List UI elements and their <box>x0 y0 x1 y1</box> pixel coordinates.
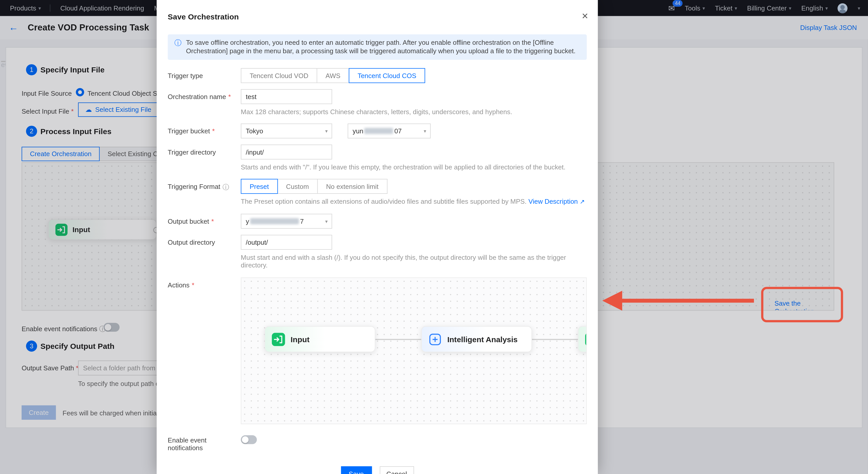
output-directory-helper: Must start and end with a slash (/). If … <box>241 254 587 269</box>
info-banner-text: To save offline orchestration, you need … <box>186 39 580 55</box>
required-mark: * <box>228 93 231 100</box>
redacted-text <box>250 218 299 224</box>
trigger-directory-helper: Starts and ends with "/". If you leave t… <box>241 163 566 171</box>
input-node[interactable]: Input <box>265 326 375 352</box>
orchestration-name-label: Orchestration name <box>168 93 226 100</box>
modal-body: ⓘ To save offline orchestration, you nee… <box>168 34 587 474</box>
output-bucket-select[interactable]: y 7 ▾ <box>241 214 332 229</box>
format-option-custom[interactable]: Custom <box>277 179 318 194</box>
intelligent-analysis-label: Intelligent Analysis <box>447 335 518 344</box>
orchestration-name-row: Orchestration name * Max 128 characters;… <box>168 89 587 116</box>
output-bucket-value-prefix: y <box>246 217 249 225</box>
trigger-directory-input[interactable] <box>241 145 332 159</box>
required-mark: * <box>211 217 214 225</box>
required-mark: * <box>192 281 194 289</box>
trigger-type-label: Trigger type <box>168 72 203 80</box>
chevron-down-icon: ▾ <box>424 128 426 134</box>
trigger-type-segment: Tencent Cloud VOD AWS Tencent Cloud COS <box>241 68 425 83</box>
trigger-type-option-cos[interactable]: Tencent Cloud COS <box>349 68 425 83</box>
cancel-button[interactable]: Cancel <box>379 466 414 474</box>
orchestration-name-input[interactable] <box>241 89 332 104</box>
actions-label: Actions <box>168 281 189 289</box>
node-connector <box>532 339 578 340</box>
info-icon: ⓘ <box>175 39 182 55</box>
trigger-bucket-label: Trigger bucket <box>168 127 210 135</box>
partial-node-icon <box>585 332 587 346</box>
required-mark: * <box>212 127 215 135</box>
output-bucket-label: Output bucket <box>168 217 209 225</box>
trigger-bucket-value-suffix: 07 <box>394 127 402 135</box>
output-bucket-row: Output bucket * y 7 ▾ <box>168 214 587 229</box>
trigger-bucket-row: Trigger bucket * Tokyo ▾ yun 07 ▾ <box>168 123 587 138</box>
chevron-down-icon: ▾ <box>325 218 328 224</box>
info-banner: ⓘ To save offline orchestration, you nee… <box>168 34 587 60</box>
save-button[interactable]: Save <box>341 466 372 474</box>
screen: ew Products ▾ Cloud Application Renderin… <box>0 0 868 474</box>
input-node-label: Input <box>290 335 309 344</box>
trigger-region-value: Tokyo <box>246 127 263 135</box>
intelligent-analysis-node[interactable]: Intelligent Analysis <box>421 326 532 352</box>
modal-notifications-toggle[interactable] <box>241 435 257 444</box>
close-icon[interactable]: ✕ <box>582 11 588 21</box>
actions-canvas[interactable]: Input Intelligent Analysis <box>241 277 587 424</box>
output-directory-row: Output directory Must start and end with… <box>168 235 587 269</box>
orchestration-name-helper: Max 128 characters; supports Chinese cha… <box>241 108 512 116</box>
external-link-icon: ↗ <box>580 198 585 205</box>
trigger-type-row: Trigger type Tencent Cloud VOD AWS Tence… <box>168 68 587 83</box>
trigger-region-select[interactable]: Tokyo ▾ <box>241 123 332 138</box>
trigger-bucket-value-prefix: yun <box>353 127 364 135</box>
triggering-format-segment: Preset Custom No extension limit <box>241 179 388 194</box>
triggering-format-label: Triggering Format <box>168 183 220 190</box>
annotation-arrow <box>600 284 758 318</box>
output-directory-label: Output directory <box>168 239 215 246</box>
actions-row: Actions * Input <box>168 277 587 424</box>
annotation-highlight-box <box>761 287 843 322</box>
trigger-directory-label: Trigger directory <box>168 148 216 156</box>
modal-title: Save Orchestration <box>168 12 239 21</box>
save-orchestration-modal: Save Orchestration ✕ ⓘ To save offline o… <box>157 0 598 474</box>
info-icon[interactable]: ⓘ <box>222 183 229 192</box>
view-description-link[interactable]: View Description <box>528 198 578 205</box>
output-bucket-value-suffix: 7 <box>300 217 304 225</box>
format-option-no-extension-limit[interactable]: No extension limit <box>317 179 387 194</box>
intelligent-analysis-icon <box>428 332 442 346</box>
trigger-directory-row: Trigger directory Starts and ends with "… <box>168 145 587 171</box>
trigger-type-option-aws[interactable]: AWS <box>317 68 349 83</box>
input-node-icon <box>272 332 285 346</box>
format-option-preset[interactable]: Preset <box>241 179 278 194</box>
chevron-down-icon: ▾ <box>325 128 328 134</box>
output-directory-input[interactable] <box>241 235 332 249</box>
trigger-type-option-vod[interactable]: Tencent Cloud VOD <box>241 68 317 83</box>
triggering-format-helper: The Preset option contains all extension… <box>241 198 585 205</box>
redacted-text <box>365 128 393 134</box>
node-connector <box>375 339 422 340</box>
modal-notifications-row: Enable event notifications <box>168 435 587 452</box>
partial-node[interactable] <box>578 326 587 352</box>
trigger-bucket-select[interactable]: yun 07 ▾ <box>347 123 431 138</box>
modal-buttons: Save Cancel <box>168 466 587 474</box>
triggering-format-row: Triggering Format ⓘ Preset Custom No ext… <box>168 179 587 206</box>
modal-notifications-label: Enable event notifications <box>168 436 241 452</box>
